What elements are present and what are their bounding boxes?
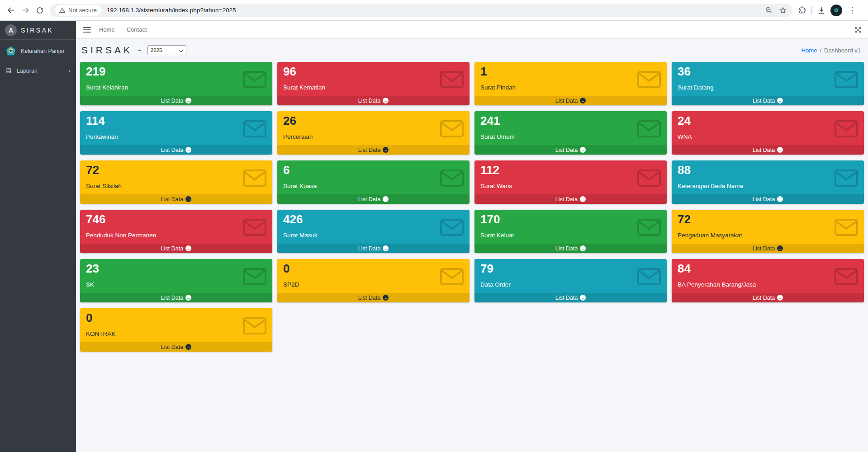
list-data-link[interactable]: List Data → (277, 96, 470, 105)
list-data-label: List Data (358, 98, 380, 104)
arrow-circle-right-icon: → (383, 98, 389, 104)
breadcrumb-home-link[interactable]: Home (802, 47, 817, 54)
sidebar-toggle-button[interactable] (83, 27, 91, 33)
back-button[interactable] (4, 3, 18, 18)
list-data-label: List Data (753, 98, 775, 104)
forward-button[interactable] (18, 3, 33, 18)
info-box[interactable]: 72 Pengaduan Masyarakat List Data → (672, 210, 864, 253)
sidebar-item-label: Laporan (17, 68, 38, 74)
info-box[interactable]: 24 WNA List Data → (672, 111, 864, 155)
list-data-label: List Data (161, 147, 183, 153)
content-header: SIRSAK - 2025 Home/Dashboard v1 (76, 39, 868, 58)
info-box[interactable]: 23 SK List Data → (80, 259, 272, 302)
info-box[interactable]: 1 Surat Pindah List Data → (474, 62, 667, 105)
nav-link-home[interactable]: Home (99, 26, 115, 33)
list-data-link[interactable]: List Data → (277, 194, 470, 204)
brand-logo-icon: A (5, 24, 17, 36)
zoom-icon[interactable] (765, 6, 773, 14)
arrow-circle-right-icon: → (185, 98, 191, 104)
user-name: Kelurahan Panjer (21, 48, 65, 54)
list-data-label: List Data (161, 98, 183, 104)
list-data-link[interactable]: List Data → (277, 293, 470, 302)
arrow-circle-right-icon: → (777, 295, 783, 301)
nav-link-contact[interactable]: Contact (127, 26, 147, 33)
warning-triangle-icon (59, 7, 66, 14)
list-data-link[interactable]: List Data → (80, 96, 272, 105)
info-box[interactable]: 426 Surat Masuk List Data → (277, 210, 470, 253)
list-data-label: List Data (753, 245, 775, 252)
info-box[interactable]: 746 Penduduk Non Permanen List Data → (80, 210, 272, 253)
browser-menu-button[interactable]: ⋮ (847, 3, 858, 18)
envelope-icon (834, 120, 859, 138)
extensions-icon[interactable] (798, 6, 807, 15)
download-icon[interactable] (817, 6, 826, 15)
list-data-label: List Data (161, 344, 183, 350)
fullscreen-button[interactable] (855, 27, 861, 33)
forward-icon (21, 6, 30, 14)
info-box[interactable]: 36 Surat Datang List Data → (672, 62, 864, 105)
list-data-link[interactable]: List Data → (672, 96, 864, 105)
sidebar: A SIRSAK Kelurahan Panjer Laporan ‹ (0, 21, 76, 452)
security-chip[interactable]: Not secure (55, 5, 102, 16)
envelope-icon (637, 120, 661, 138)
list-data-link[interactable]: List Data → (277, 244, 470, 253)
report-book-icon (5, 67, 12, 74)
list-data-link[interactable]: List Data → (474, 145, 667, 155)
list-data-link[interactable]: List Data → (80, 342, 272, 352)
info-box[interactable]: 72 Surat Silsilah List Data → (80, 160, 272, 204)
list-data-link[interactable]: List Data → (80, 293, 272, 302)
list-data-label: List Data (555, 196, 578, 202)
list-data-link[interactable]: List Data → (277, 145, 470, 155)
arrow-circle-right-icon: → (580, 147, 586, 153)
list-data-link[interactable]: List Data → (80, 194, 272, 204)
list-data-link[interactable]: List Data → (672, 194, 864, 204)
envelope-icon (440, 169, 464, 187)
envelope-icon (242, 120, 267, 138)
info-box[interactable]: 219 Surat Kelahiran List Data → (80, 62, 272, 105)
breadcrumb-separator: / (820, 47, 821, 54)
info-box[interactable]: 88 Keterangan Beda Nama List Data → (672, 160, 864, 204)
list-data-link[interactable]: List Data → (474, 96, 667, 105)
profile-avatar[interactable] (830, 5, 842, 16)
url-text[interactable]: 192.168.1.3/sistemlurah/index.php?tahun=… (107, 7, 236, 14)
brand-link[interactable]: A SIRSAK (0, 21, 76, 40)
list-data-link[interactable]: List Data → (474, 244, 667, 253)
info-box[interactable]: 112 Surat Waris List Data → (474, 160, 667, 204)
list-data-link[interactable]: List Data → (80, 145, 272, 155)
info-box[interactable]: 241 Surat Umum List Data → (474, 111, 667, 155)
list-data-label: List Data (555, 245, 578, 252)
arrow-circle-right-icon: → (580, 196, 586, 202)
arrow-circle-right-icon: → (185, 147, 191, 153)
list-data-label: List Data (161, 295, 183, 301)
list-data-link[interactable]: List Data → (474, 293, 667, 302)
sidebar-item-laporan[interactable]: Laporan ‹ (0, 62, 76, 79)
envelope-icon (834, 218, 859, 236)
info-box[interactable]: 0 KONTRAK List Data → (80, 308, 272, 352)
list-data-link[interactable]: List Data → (474, 194, 667, 204)
list-data-link[interactable]: List Data → (672, 244, 864, 253)
brand-label: SIRSAK (21, 27, 53, 34)
envelope-icon (637, 218, 661, 236)
envelope-icon (242, 71, 267, 89)
bookmark-star-icon[interactable] (779, 6, 787, 14)
arrow-circle-right-icon: → (580, 98, 586, 104)
three-dots-icon: ⋮ (849, 6, 856, 14)
info-box[interactable]: 6 Surat Kuasa List Data → (277, 160, 470, 204)
address-bar[interactable]: Not secure 192.168.1.3/sistemlurah/index… (50, 4, 792, 17)
year-select[interactable]: 2025 (147, 45, 186, 55)
refresh-button[interactable] (33, 3, 47, 18)
info-box[interactable]: 96 Surat Kematian List Data → (277, 62, 470, 105)
info-box[interactable]: 84 BA Penyerahan Barang/Jasa List Data → (672, 259, 864, 302)
user-panel[interactable]: Kelurahan Panjer (0, 40, 76, 62)
list-data-link[interactable]: List Data → (672, 145, 864, 155)
info-box[interactable]: 0 SP2D List Data → (277, 259, 470, 302)
breadcrumb: Home/Dashboard v1 (802, 47, 861, 54)
info-box[interactable]: 26 Perceraian List Data → (277, 111, 470, 155)
list-data-link[interactable]: List Data → (672, 293, 864, 302)
info-box[interactable]: 79 Data Order List Data → (474, 259, 667, 302)
arrow-circle-right-icon: → (185, 344, 191, 350)
info-box[interactable]: 114 Perkawinan List Data → (80, 111, 272, 155)
list-data-label: List Data (555, 98, 578, 104)
info-box[interactable]: 170 Surat Keluar List Data → (474, 210, 667, 253)
list-data-link[interactable]: List Data → (80, 244, 272, 253)
